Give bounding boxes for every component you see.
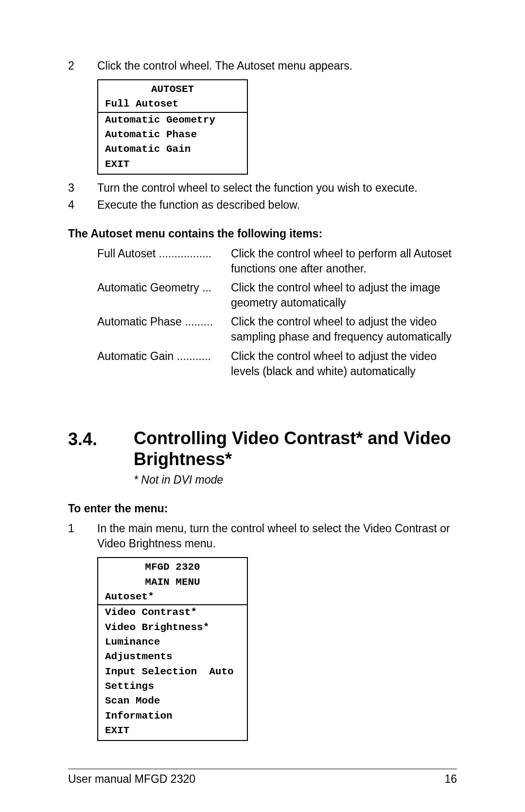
def-automatic-phase: Automatic Phase ......... Click the cont… bbox=[97, 314, 457, 344]
menu-item: Video Contrast* bbox=[98, 605, 247, 620]
step-number: 1 bbox=[68, 521, 97, 551]
menu-line: MAIN MENU bbox=[98, 575, 247, 590]
subheading-enter-menu: To enter the menu: bbox=[68, 501, 457, 516]
step-text: In the main menu, turn the control wheel… bbox=[97, 521, 457, 551]
menu-item: Scan Mode bbox=[98, 694, 247, 708]
menu-item: Automatic Phase bbox=[98, 127, 247, 142]
step-number: 3 bbox=[68, 180, 97, 196]
section-title: Controlling Video Contrast* and Video Br… bbox=[134, 428, 457, 469]
step-1: 1 In the main menu, turn the control whe… bbox=[68, 521, 457, 551]
menu-item: Luminance bbox=[98, 635, 247, 650]
def-desc: Click the control wheel to adjust the vi… bbox=[231, 349, 457, 379]
menu-item: Automatic Gain bbox=[98, 142, 247, 157]
def-term: Automatic Phase ......... bbox=[97, 314, 231, 344]
def-term: Automatic Gain ........... bbox=[97, 349, 231, 379]
section-number: 3.4. bbox=[68, 428, 134, 451]
menu-line: MFGD 2320 bbox=[98, 560, 247, 575]
step-text: Execute the function as described below. bbox=[97, 198, 457, 213]
step-4: 4 Execute the function as described belo… bbox=[68, 198, 457, 213]
section-note: * Not in DVI mode bbox=[134, 472, 457, 487]
footer-rule bbox=[68, 769, 457, 769]
menu-item: Settings bbox=[98, 679, 247, 694]
menu-item: Autoset* bbox=[98, 590, 247, 605]
subheading-autoset-items: The Autoset menu contains the following … bbox=[68, 226, 457, 241]
def-desc: Click the control wheel to adjust the im… bbox=[231, 280, 457, 310]
menu-item: Automatic Geometry bbox=[98, 113, 247, 127]
page-footer: User manual MFGD 2320 16 bbox=[68, 772, 457, 787]
section-heading-3-4: 3.4. Controlling Video Contrast* and Vid… bbox=[68, 428, 457, 469]
def-automatic-gain: Automatic Gain ........... Click the con… bbox=[97, 349, 457, 379]
def-full-autoset: Full Autoset ................. Click the… bbox=[97, 246, 457, 276]
step-number: 2 bbox=[68, 58, 97, 73]
def-desc: Click the control wheel to perform all A… bbox=[231, 246, 457, 276]
step-number: 4 bbox=[68, 198, 97, 213]
step-text: Turn the control wheel to select the fun… bbox=[97, 180, 457, 196]
footer-page-number: 16 bbox=[444, 772, 457, 787]
step-text: Click the control wheel. The Autoset men… bbox=[97, 58, 457, 73]
menu-item: Information bbox=[98, 709, 247, 723]
def-term: Automatic Geometry ... bbox=[97, 280, 231, 310]
main-menu-box: MFGD 2320 MAIN MENU Autoset* Video Contr… bbox=[97, 557, 248, 741]
menu-item: Full Autoset bbox=[98, 97, 247, 112]
menu-item: Video Brightness* bbox=[98, 620, 247, 635]
footer-left: User manual MFGD 2320 bbox=[68, 772, 195, 787]
def-automatic-geometry: Automatic Geometry ... Click the control… bbox=[97, 280, 457, 310]
menu-item: Input Selection Auto bbox=[98, 665, 247, 679]
step-2: 2 Click the control wheel. The Autoset m… bbox=[68, 58, 457, 73]
menu-item: Adjustments bbox=[98, 650, 247, 664]
autoset-menu-box: AUTOSET Full Autoset Automatic Geometry … bbox=[97, 79, 248, 175]
def-desc: Click the control wheel to adjust the vi… bbox=[231, 314, 457, 344]
menu-item: EXIT bbox=[98, 157, 247, 172]
menu-title: AUTOSET bbox=[98, 82, 247, 97]
step-3: 3 Turn the control wheel to select the f… bbox=[68, 180, 457, 196]
menu-item: EXIT bbox=[98, 723, 247, 738]
def-term: Full Autoset ................. bbox=[97, 246, 231, 276]
